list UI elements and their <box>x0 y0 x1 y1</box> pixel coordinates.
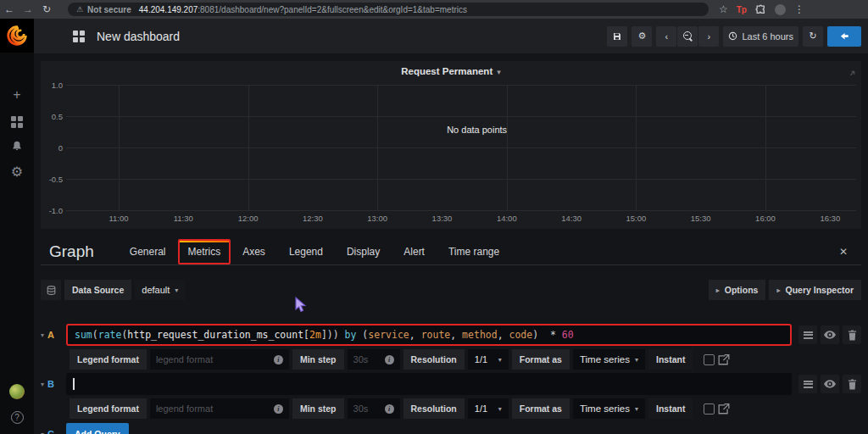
format-as-select[interactable]: Time series ▾ <box>573 398 645 419</box>
address-bar[interactable]: ⚠ Not secure 44.204.149.207:8081/dashboa… <box>68 3 709 16</box>
tab-display[interactable]: Display <box>335 239 392 264</box>
dashboard-settings-button[interactable]: ⚙ <box>632 26 652 47</box>
add-query-button[interactable]: Add Query <box>66 423 129 434</box>
query-a-expression[interactable]: sum(rate(http_request_duration_ms_count[… <box>66 324 792 346</box>
y-tick-label: 1.0 <box>52 81 63 90</box>
datasource-select[interactable]: default ▾ <box>135 280 185 300</box>
resolution-label: Resolution <box>403 398 465 419</box>
query-c-collapse[interactable]: ▾ C <box>41 429 66 434</box>
url-host: 44.204.149.207 <box>139 5 198 14</box>
query-b-delete-button[interactable] <box>843 375 861 393</box>
h-gridline <box>66 116 856 117</box>
tab-general[interactable]: General <box>118 239 178 264</box>
query-a-menu-button[interactable] <box>798 326 817 344</box>
time-back-button[interactable]: ‹ <box>656 26 676 47</box>
time-range-picker[interactable]: Last 6 hours <box>723 26 798 47</box>
min-step-placeholder: 30s <box>353 354 369 364</box>
datasource-db-icon[interactable] <box>41 280 61 300</box>
datasource-row: Data Source default ▾ ▸ Options ▸ Query … <box>41 280 861 300</box>
close-editor-icon[interactable]: ✕ <box>839 246 848 258</box>
browser-profile-avatar[interactable] <box>775 4 786 15</box>
browser-back-button[interactable]: ← <box>0 3 19 15</box>
zoom-out-icon <box>683 31 693 41</box>
save-dashboard-button[interactable] <box>607 26 627 47</box>
share-query-icon[interactable] <box>718 403 730 415</box>
dashboard-title[interactable]: New dashboard <box>97 30 180 43</box>
chevron-down-icon: ▾ <box>635 356 638 364</box>
extensions-puzzle-icon[interactable] <box>755 4 766 15</box>
browser-forward-button[interactable]: → <box>19 3 37 15</box>
min-step-input[interactable]: 30s i <box>348 349 400 370</box>
grafana-sidebar: + ⚙ ? <box>0 19 34 434</box>
create-plus-icon[interactable]: + <box>0 85 34 105</box>
zoom-out-button[interactable] <box>677 26 698 47</box>
browser-menu-icon[interactable]: ⋮ <box>794 3 804 15</box>
alerting-bell-icon[interactable] <box>0 136 34 156</box>
tab-legend[interactable]: Legend <box>277 239 335 264</box>
datasource-value: default <box>142 285 170 295</box>
extension-tp-icon[interactable]: Tp <box>737 5 747 14</box>
x-tick-label: 13:00 <box>367 214 387 223</box>
help-icon[interactable]: ? <box>0 407 34 427</box>
query-b-collapse[interactable]: ▾ B <box>41 379 66 389</box>
panel-title-dropdown[interactable]: Request Permanent▾ <box>41 66 861 76</box>
query-a-letter: A <box>47 330 54 340</box>
user-avatar[interactable] <box>0 381 34 402</box>
tab-axes[interactable]: Axes <box>231 239 277 264</box>
query-b-row: ▾ B <box>41 373 861 395</box>
tab-alert[interactable]: Alert <box>392 239 437 264</box>
options-label: Options <box>725 285 759 295</box>
format-as-label: Format as <box>512 349 570 370</box>
format-as-select[interactable]: Time series ▾ <box>573 349 645 370</box>
bookmark-star-icon[interactable]: ☆ <box>719 3 728 15</box>
plot-area[interactable]: No data points 11:0011:3012:0012:3013:00… <box>66 85 856 210</box>
tab-metrics[interactable]: Metrics <box>178 239 231 264</box>
info-icon: i <box>274 355 283 364</box>
legend-format-input[interactable]: legend format i <box>150 398 289 419</box>
y-tick-label: -0.5 <box>49 175 63 184</box>
legend-format-label: Legend format <box>70 349 147 370</box>
configuration-gear-icon[interactable]: ⚙ <box>0 161 34 181</box>
y-axis: 1.00.50-0.5-1.0 <box>44 85 64 210</box>
resolution-value: 1/1 <box>475 403 487 414</box>
browser-refresh-button[interactable]: ↻ <box>37 3 56 15</box>
options-toggle[interactable]: ▸ Options <box>709 280 766 300</box>
resolution-select[interactable]: 1/1 ▾ <box>468 398 509 419</box>
x-tick-label: 11:30 <box>174 214 193 223</box>
chevron-down-icon: ▾ <box>635 405 638 413</box>
refresh-button[interactable]: ↻ <box>803 26 823 47</box>
tab-time-range[interactable]: Time range <box>437 239 511 264</box>
query-b-toggle-visibility-button[interactable] <box>821 375 839 393</box>
h-gridline <box>66 210 856 211</box>
query-a-collapse[interactable]: ▾ A <box>41 330 66 340</box>
time-forward-button[interactable]: › <box>698 26 719 47</box>
x-tick-label: 11:00 <box>108 214 128 223</box>
grafana-logo[interactable] <box>0 19 34 53</box>
dashboard-grid-icon[interactable] <box>73 31 85 42</box>
query-b-expression[interactable] <box>66 373 792 395</box>
share-query-icon[interactable] <box>718 354 730 365</box>
go-back-button[interactable] <box>827 26 861 47</box>
x-tick-label: 12:00 <box>238 214 259 223</box>
legend-format-input[interactable]: legend format i <box>150 349 289 370</box>
dashboards-icon[interactable] <box>0 112 34 132</box>
instant-checkbox[interactable] <box>704 354 715 365</box>
query-b-letter: B <box>47 379 54 389</box>
resolution-select[interactable]: 1/1 ▾ <box>468 349 509 370</box>
instant-label: Instant <box>648 398 693 419</box>
chevron-right-icon: ▸ <box>716 287 720 294</box>
panel-type-title: Graph <box>49 242 94 261</box>
chevron-down-icon: ▾ <box>498 356 502 364</box>
y-tick-label: -1.0 <box>49 206 63 215</box>
x-tick-label: 14:00 <box>497 214 517 223</box>
format-as-label: Format as <box>512 398 570 419</box>
query-c-row: ▾ C Add Query <box>41 423 861 434</box>
query-b-menu-button[interactable] <box>798 375 817 393</box>
min-step-input[interactable]: 30s i <box>348 398 400 419</box>
v-gridline <box>119 85 120 210</box>
query-b-options-row: Legend format legend format i Min step 3… <box>41 398 861 419</box>
query-a-delete-button[interactable] <box>843 326 861 344</box>
query-a-toggle-visibility-button[interactable] <box>821 326 839 344</box>
instant-checkbox[interactable] <box>704 403 715 415</box>
query-inspector-toggle[interactable]: ▸ Query Inspector <box>769 280 861 300</box>
